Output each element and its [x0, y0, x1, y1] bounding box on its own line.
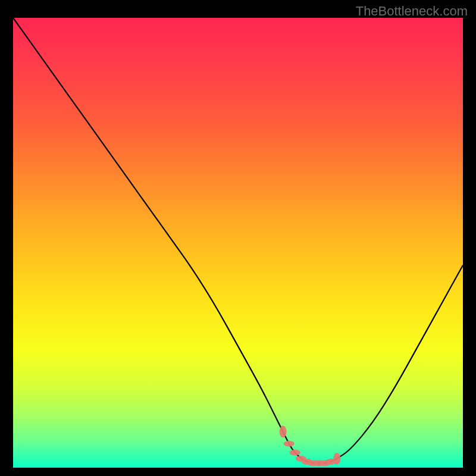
chart-curve-svg [13, 18, 463, 468]
valley-marker-dot [284, 441, 295, 447]
valley-marker-dot [333, 453, 340, 465]
valley-marker-dot [280, 426, 287, 438]
watermark-text: TheBottleneck.com [356, 4, 468, 19]
valley-marker-group [280, 426, 341, 466]
valley-marker-dot [290, 450, 300, 456]
chart-plot-area [13, 18, 463, 468]
bottleneck-curve [13, 18, 463, 463]
